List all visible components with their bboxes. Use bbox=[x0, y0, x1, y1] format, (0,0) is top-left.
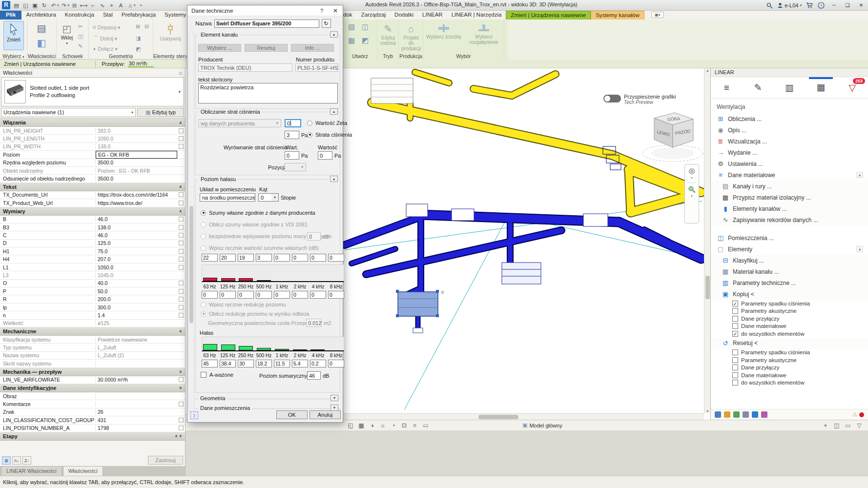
scrollbar-thumb[interactable] bbox=[478, 415, 518, 419]
property-row-lin-pr-length[interactable]: LIN_PR_LENGTH1050.0 bbox=[0, 135, 185, 142]
associate-parameter-button[interactable] bbox=[179, 192, 184, 197]
select-branch-button[interactable]: Wybierz rozgałęzienie bbox=[464, 21, 503, 51]
spline-icon[interactable]: ∿ bbox=[98, 1, 106, 9]
panel-label-schowek[interactable]: Schowek bbox=[57, 53, 88, 59]
linear-item-obliczenia[interactable]: ⊞Obliczenia ... bbox=[711, 113, 868, 124]
property-row-nazwa-systemu[interactable]: Nazwa systemuL_Zuluft (2) bbox=[0, 352, 185, 360]
associate-parameter-button[interactable] bbox=[179, 136, 184, 141]
modify-button[interactable]: Zmień bbox=[3, 21, 24, 50]
associate-parameter-button[interactable] bbox=[179, 201, 184, 205]
result-noise-field[interactable]: 0 bbox=[328, 360, 344, 367]
redo-icon[interactable]: ↷ bbox=[60, 1, 68, 9]
selected-diffuser[interactable]: 0 bbox=[396, 290, 444, 333]
collapse-icon[interactable]: ▴ bbox=[856, 172, 863, 178]
result-noise-field[interactable]: 45 bbox=[202, 360, 218, 367]
property-row-d[interactable]: D125.0 bbox=[0, 240, 185, 247]
property-row-lin-pr-width[interactable]: LIN_PR_WIDTH138.0 bbox=[0, 143, 185, 151]
join-button[interactable]: ◗Dołącz ▾ bbox=[93, 45, 118, 52]
shadows-icon[interactable]: ◔ bbox=[390, 422, 397, 429]
cart-icon[interactable] bbox=[806, 1, 813, 9]
collapse-button[interactable]: ▲ bbox=[330, 31, 338, 38]
dialog-button-wybierz[interactable]: Wybierz ... bbox=[198, 44, 241, 52]
visual-style-icon[interactable]: ◑ bbox=[368, 422, 376, 429]
section-mechaniczne[interactable]: Mechaniczne∧ bbox=[0, 327, 185, 336]
dialog-button-info[interactable]: Info ... bbox=[291, 44, 334, 52]
chevron-down-icon[interactable]: ▾ bbox=[691, 194, 693, 198]
linear-checkbox-do-wszystkich-elementów[interactable]: do wszystkich elementów bbox=[711, 379, 868, 387]
property-row-lin-ve-airflowrate[interactable]: LIN_VE_AIRFLOWRATE30.0000 m³/h bbox=[0, 376, 185, 384]
property-row-b3[interactable]: B3138.0 bbox=[0, 224, 185, 231]
linear-item-wydanie[interactable]: →Wydanie ... bbox=[711, 147, 868, 158]
design-to-fabrication-button[interactable]: ⌂ Projekt do produkcji bbox=[400, 21, 422, 51]
reduction-field[interactable]: 0 bbox=[256, 291, 272, 299]
chevron-down-icon[interactable]: ▾ bbox=[134, 3, 136, 7]
associate-parameter-button[interactable] bbox=[179, 128, 184, 133]
property-row-l1[interactable]: L11050.0 bbox=[0, 264, 185, 271]
reduction-field[interactable]: 0 bbox=[220, 291, 236, 299]
assembly-icon[interactable]: ◩ bbox=[362, 36, 369, 45]
associate-parameter-button[interactable] bbox=[179, 241, 184, 245]
tab-linear-wlasciwosci[interactable]: LINEAR Właściwości bbox=[1, 466, 62, 476]
property-row-lin-pr-height[interactable]: LIN_PR_HEIGHT282.0 bbox=[0, 127, 185, 135]
own-noise-field[interactable]: 19 bbox=[238, 254, 254, 262]
ribbon-display-toggle[interactable]: ▣▾ bbox=[651, 12, 664, 18]
property-row-lin-classification-cost-group[interactable]: LIN_CLASSIFICATION_COST_GROUP431 bbox=[0, 416, 185, 424]
associate-parameter-button[interactable] bbox=[179, 418, 184, 423]
own-noise-field[interactable]: 0 bbox=[274, 254, 290, 262]
associate-parameter-button[interactable] bbox=[179, 281, 184, 285]
a-weighted-checkbox[interactable]: A-ważone bbox=[201, 372, 233, 378]
home-icon[interactable]: ⌂ bbox=[179, 70, 182, 76]
tag-icon[interactable]: ⌖ bbox=[107, 1, 116, 9]
text-icon[interactable]: A bbox=[117, 1, 125, 9]
tab-zmień-urządzenia-nawiewne[interactable]: Zmień | Urządzenia nawiewne bbox=[506, 11, 591, 20]
similar-icon[interactable]: ▦ bbox=[348, 36, 355, 45]
properties-icon[interactable]: ▤ bbox=[12, 1, 21, 9]
family-types-button[interactable]: ◧ bbox=[32, 35, 51, 51]
group-icon[interactable]: ◫ bbox=[362, 22, 369, 31]
wall-joins-icon[interactable]: ◨ bbox=[136, 35, 141, 41]
settings-icon[interactable] bbox=[752, 411, 758, 418]
warning-icon[interactable]: ⚠ bbox=[852, 411, 857, 418]
property-row-lp[interactable]: lp300.0 bbox=[0, 304, 185, 311]
detail-level-icon[interactable]: ▦ bbox=[357, 422, 365, 429]
tab-linear-narzędzia[interactable]: LINEAR | Narzędzia bbox=[447, 11, 506, 20]
sum-level-input[interactable]: 46 bbox=[307, 371, 321, 380]
property-row-tx-product-web-url[interactable]: TX_Product_Web_Urlhttps://www.trox.de/ bbox=[0, 199, 185, 207]
property-row-klasyfikacja-systemu[interactable]: Klasyfikacja systemuPowietrze nawiewane bbox=[0, 336, 185, 344]
own-noise-field[interactable]: 20 bbox=[220, 254, 236, 262]
tab-architektura[interactable]: Architektura bbox=[21, 11, 60, 20]
chevron-down-icon[interactable]: ▾ bbox=[691, 176, 693, 180]
associate-parameter-button[interactable] bbox=[179, 217, 184, 222]
linear-item-zapisywanie-rekordów-danych[interactable]: ∿Zapisywanie rekordów danych ... bbox=[711, 214, 868, 225]
cancel-button[interactable]: Anuluj bbox=[310, 410, 341, 419]
property-row-l3[interactable]: L31045.0 bbox=[0, 271, 185, 279]
balance-value2-input[interactable]: 0 bbox=[318, 151, 332, 160]
associate-parameter-button[interactable] bbox=[179, 144, 184, 149]
short-text-area[interactable]: Rozdzielacz powietrza bbox=[198, 83, 338, 103]
linear-item-materiał-kanału[interactable]: ▦Materiał kanału ... bbox=[711, 266, 868, 277]
section-wiązania[interactable]: Wiązania∧ bbox=[0, 119, 185, 127]
error-icon[interactable] bbox=[859, 412, 864, 417]
property-row-n[interactable]: n1.4 bbox=[0, 311, 185, 319]
dialog-button-resetuj[interactable]: Resetuj bbox=[245, 44, 288, 52]
result-noise-field[interactable]: 0.2 bbox=[310, 360, 326, 367]
chevron-down-icon[interactable]: ▾ bbox=[68, 3, 70, 7]
linear-item-kopiuj[interactable]: ▣Kopiuj < bbox=[711, 288, 868, 300]
property-row-c[interactable]: C46.0 bbox=[0, 231, 185, 239]
associate-parameter-button[interactable] bbox=[179, 297, 184, 302]
tab-konstrukcja[interactable]: Konstrukcja bbox=[61, 11, 99, 20]
sync-icon[interactable]: ↻ bbox=[40, 1, 48, 9]
filter-icon[interactable]: ▽ bbox=[855, 422, 863, 429]
own-noise-field[interactable]: 0 bbox=[292, 254, 308, 262]
property-row-skrót-nazwy-systemu[interactable]: Skrót nazwy systemu bbox=[0, 360, 185, 367]
type-selector[interactable]: Slotted outlet, 1 side port Profile 2 ou… bbox=[1, 77, 184, 106]
result-noise-field[interactable]: 18.2 bbox=[256, 360, 272, 367]
calculator-icon[interactable]: ▦ bbox=[805, 77, 836, 98]
sort-desc-button[interactable]: Z↓ bbox=[22, 456, 31, 465]
issues-icon[interactable]: ▽253 bbox=[837, 77, 868, 98]
scrollbar-thumb[interactable] bbox=[189, 206, 193, 323]
linear-item-klasyfikuj[interactable]: ⊟Klasyfikuj ... bbox=[711, 255, 868, 266]
radio-strata-cisnienia[interactable]: Strata ciśnienia bbox=[307, 132, 352, 138]
pin-dialog-icon[interactable]: ⟟ bbox=[190, 411, 198, 419]
library-icon[interactable]: ▥ bbox=[774, 77, 805, 98]
